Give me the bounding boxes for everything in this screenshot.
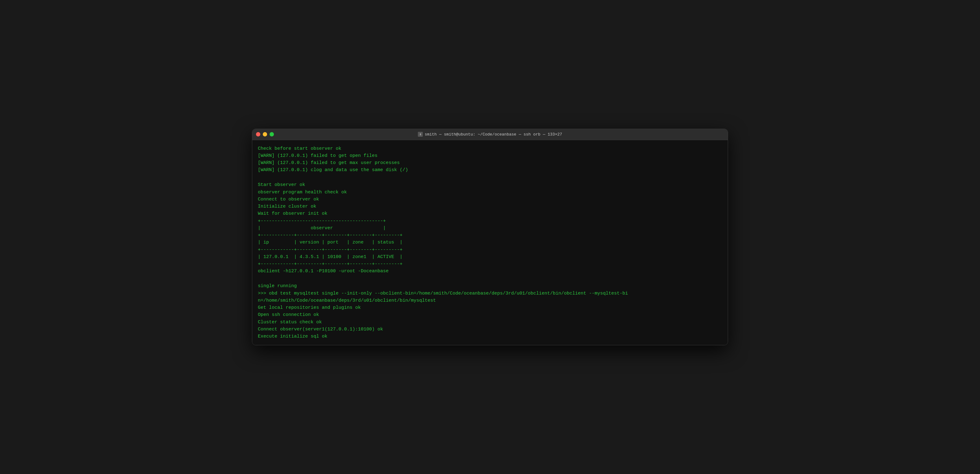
window-title: ▮ smith — smith@ubuntu: ~/Code/oceanbase… (418, 132, 562, 137)
terminal-line: [WARN] (127.0.0.1) failed to get max use… (258, 160, 722, 166)
terminal-line: Cluster status check ok (258, 319, 722, 326)
terminal-line: Check before start observer ok (258, 145, 722, 152)
terminal-empty-line (258, 275, 722, 283)
title-label: smith — smith@ubuntu: ~/Code/oceanbase —… (425, 132, 562, 137)
terminal-window: ▮ smith — smith@ubuntu: ~/Code/oceanbase… (252, 129, 728, 346)
terminal-line: | ip | version | port | zone | status | (258, 239, 722, 246)
terminal-line: n=/home/smith/Code/oceanbase/deps/3rd/u0… (258, 297, 722, 304)
terminal-line: Get local repositories and plugins ok (258, 304, 722, 311)
titlebar: ▮ smith — smith@ubuntu: ~/Code/oceanbase… (252, 129, 728, 140)
terminal-icon: ▮ (418, 132, 423, 137)
terminal-line: | observer | (258, 225, 722, 232)
terminal-line: [WARN] (127.0.0.1) clog and data use the… (258, 166, 722, 174)
terminal-line: Execute initialize sql ok (258, 333, 722, 340)
terminal-line: Connect observer(server1(127.0.0.1):1010… (258, 326, 722, 333)
terminal-line: +---------------------------------------… (258, 217, 722, 225)
terminal-line: Open ssh connection ok (258, 311, 722, 318)
terminal-line: Initialize cluster ok (258, 203, 722, 210)
terminal-line: [WARN] (127.0.0.1) failed to get open fi… (258, 152, 722, 160)
terminal-line: obclient -h127.0.0.1 -P10100 -uroot -Doc… (258, 268, 722, 275)
maximize-button[interactable] (270, 132, 274, 136)
terminal-line: +------------+---------+--------+-------… (258, 232, 722, 239)
minimize-button[interactable] (263, 132, 267, 136)
close-button[interactable] (256, 132, 260, 136)
terminal-line: >>> obd test mysqltest single --init-onl… (258, 290, 722, 297)
terminal-line: | 127.0.0.1 | 4.3.5.1 | 10100 | zone1 | … (258, 254, 722, 260)
terminal-line: observer program health check ok (258, 189, 722, 196)
terminal-line: +------------+---------+--------+-------… (258, 246, 722, 254)
terminal-line: +------------+---------+--------+-------… (258, 260, 722, 268)
traffic-lights (256, 132, 274, 136)
terminal-empty-line (258, 174, 722, 182)
terminal-line: Wait for observer init ok (258, 210, 722, 217)
terminal-line: Start observer ok (258, 181, 722, 188)
terminal-line: single running (258, 282, 722, 290)
terminal-line: Connect to observer ok (258, 196, 722, 203)
terminal-body[interactable]: Check before start observer ok[WARN] (12… (252, 140, 728, 345)
